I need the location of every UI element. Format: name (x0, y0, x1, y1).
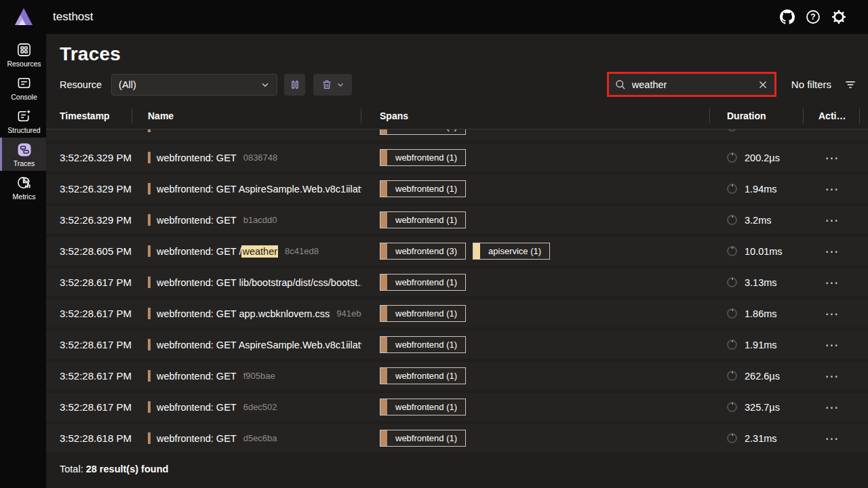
trace-row[interactable]: 3:52:28.617 PMwebfrontend: GET AspireSam… (46, 331, 868, 359)
sidebar-item-console[interactable]: Console (0, 71, 46, 104)
duration-cell: 2.31ms (710, 433, 804, 444)
sidebar-item-label: Structured (7, 126, 40, 134)
row-actions-button[interactable]: ⋯ (821, 183, 843, 195)
traces-toolbar: Resource (All) (60, 72, 859, 97)
trace-row[interactable]: 3:52:26.329 PMwebfrontend: GET0836748web… (46, 144, 868, 171)
timestamp-cell: 3:52:28.617 PM (60, 370, 132, 382)
clear-traces-button[interactable] (313, 74, 352, 96)
gear-icon (831, 9, 847, 25)
actions-cell: ⋯ (804, 214, 860, 226)
trace-row[interactable]: 3:52:28.617 PMwebfrontend: GET app.wcbkn… (46, 300, 868, 327)
metrics-icon (16, 175, 33, 191)
duration-cell (710, 129, 804, 131)
span-badge: webfrontend (1) (380, 129, 466, 135)
pause-button[interactable] (284, 74, 305, 96)
resource-select[interactable]: (All) (111, 74, 277, 96)
name-cell: webfrontend: GET AspireSample.Web.v8c1ii… (132, 339, 361, 350)
span-badge-stripe (380, 212, 387, 228)
duration-value: 3.2ms (745, 215, 772, 226)
row-actions-button[interactable]: ⋯ (821, 214, 843, 226)
duration-ring-icon (727, 371, 737, 381)
timestamp-cell: 3:52:28.617 PM (60, 339, 132, 350)
trace-row[interactable]: 3:52:28.617 PMwebfrontend: GET6dec502web… (46, 393, 868, 421)
filter-icon (844, 78, 857, 92)
duration-ring-icon (727, 277, 737, 287)
row-actions-button[interactable]: ⋯ (821, 129, 843, 133)
column-header-spans: Spans (361, 108, 710, 123)
name-cell: webfrontend: GET /weather8c41ed8 (132, 245, 361, 258)
structured-logs-icon (16, 108, 33, 125)
span-badge-stripe (380, 150, 387, 165)
spans-cell: webfrontend (1) (361, 399, 710, 415)
row-actions-button[interactable]: ⋯ (821, 339, 843, 351)
column-header-timestamp: Timestamp (60, 108, 132, 123)
sidebar-item-label: Console (11, 93, 37, 101)
trace-row[interactable]: 3:52:26.329 PMwebfrontend: GET AspireSam… (46, 175, 868, 203)
span-badge-stripe (380, 399, 387, 415)
duration-value: 325.7µs (745, 402, 780, 413)
span-badge: webfrontend (1) (380, 336, 466, 353)
span-badge: webfrontend (1) (380, 430, 466, 447)
duration-ring-icon (727, 433, 737, 443)
duration-cell: 3.2ms (710, 215, 804, 226)
trace-id: 0836748 (243, 152, 278, 163)
timestamp-cell: 3:52:26.329 PM (60, 214, 132, 226)
row-actions-button[interactable]: ⋯ (821, 401, 843, 413)
sidebar-item-metrics[interactable]: Metrics (0, 171, 46, 204)
trace-row[interactable]: 3:52:28.617 PMwebfrontend: GETf905baeweb… (46, 362, 868, 390)
span-badge: webfrontend (3) (380, 243, 466, 260)
row-actions-button[interactable]: ⋯ (821, 370, 843, 382)
duration-ring-icon (727, 184, 737, 194)
trace-row[interactable]: 3:52:26.329 PMwebfrontend: GETb1acdd0web… (46, 206, 868, 234)
span-badge: webfrontend (1) (380, 399, 466, 415)
span-badge-stripe (380, 274, 387, 290)
span-badge: webfrontend (1) (380, 149, 466, 166)
row-actions-button[interactable]: ⋯ (821, 152, 843, 164)
duration-cell: 1.94ms (710, 184, 804, 195)
row-actions-button[interactable]: ⋯ (821, 432, 843, 445)
span-badge-label: webfrontend (1) (387, 402, 465, 412)
name-color-bar (148, 432, 151, 444)
duration-value: 1.86ms (745, 308, 777, 319)
app-title: testhost (53, 10, 94, 24)
actions-cell: ⋯ (804, 183, 860, 195)
github-icon (780, 9, 795, 24)
resources-icon (16, 42, 33, 58)
timestamp-cell: 3:52:26.329 PM (60, 152, 132, 163)
name-color-bar (148, 277, 151, 288)
name-cell: webfrontend: GETf905bae (132, 370, 361, 382)
row-actions-button[interactable]: ⋯ (821, 245, 843, 258)
help-button[interactable]: ? (804, 8, 822, 26)
sidebar-item-traces[interactable]: Traces (0, 138, 46, 171)
span-badge-stripe (380, 430, 387, 446)
trace-row[interactable]: 3:52:28.617 PMwebfrontend: GET lib/boots… (46, 268, 868, 296)
resource-label: Resource (60, 79, 102, 90)
name-color-bar (148, 152, 151, 163)
span-badge-label: apiservice (1) (480, 246, 549, 256)
clear-search-button[interactable] (757, 79, 769, 91)
page-title: Traces (60, 43, 868, 65)
spans-cell: webfrontend (1) (361, 305, 710, 322)
span-badge-label: webfrontend (1) (387, 308, 465, 319)
row-actions-button[interactable]: ⋯ (821, 308, 843, 320)
trace-name: webfrontend: GET (157, 402, 237, 413)
name-color-bar (148, 339, 151, 350)
sidebar-item-structured[interactable]: Structured (0, 104, 46, 138)
span-badge-label: webfrontend (1) (387, 215, 465, 225)
duration-ring-icon (727, 129, 737, 131)
actions-cell: ⋯ (804, 370, 860, 382)
github-button[interactable] (778, 8, 796, 26)
sidebar-item-resources[interactable]: Resources (0, 38, 46, 71)
trace-row[interactable]: 3:52:28.618 PMwebfrontend: GETd5ec6baweb… (46, 424, 868, 452)
filters-button[interactable] (842, 77, 859, 93)
duration-value: 262.6µs (745, 371, 780, 382)
actions-cell: ⋯ (804, 339, 860, 351)
trace-row-clipped[interactable]: webfrontend (1)⋯ (46, 129, 868, 140)
settings-button[interactable] (830, 8, 848, 26)
row-actions-button[interactable]: ⋯ (821, 277, 843, 289)
search-input[interactable] (632, 79, 751, 90)
duration-value: 10.01ms (745, 246, 783, 257)
trace-name: webfrontend: GET AspireSample.Web.v8c1ii… (157, 340, 361, 350)
name-color-bar (148, 183, 151, 195)
trace-row[interactable]: 3:52:28.605 PMwebfrontend: GET /weather8… (46, 237, 868, 265)
